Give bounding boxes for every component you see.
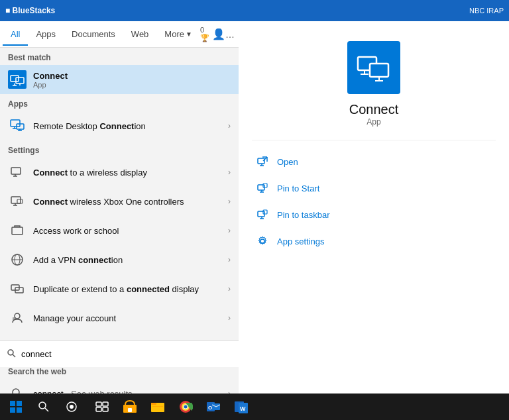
divider: [252, 140, 496, 140]
pin-taskbar-icon: [254, 207, 270, 223]
connect-app-sub: App: [33, 81, 231, 89]
remote-desktop-text: Remote Desktop Connection: [33, 121, 228, 131]
top-bar: ■ BlueStacks NBC IRAP: [0, 0, 509, 21]
svg-rect-67: [96, 402, 101, 406]
remote-desktop-icon: [8, 117, 27, 135]
user-icon[interactable]: 👤: [212, 28, 225, 40]
manage-account-item[interactable]: Manage your account ›: [0, 303, 239, 333]
manage-account-text: Manage your account: [33, 313, 228, 323]
web-search-item[interactable]: connect - See web results ›: [0, 379, 239, 394]
app-settings-label: App settings: [277, 236, 325, 246]
app-icon-large: [347, 41, 400, 94]
app-title: BlueStacks: [13, 6, 56, 15]
access-work-item[interactable]: Access work or school ›: [0, 216, 239, 245]
connect-app-text: Connect App: [33, 71, 231, 89]
web-search-icon: [8, 384, 27, 394]
vpn-text: Add a VPN connection: [33, 255, 228, 265]
tab-documents[interactable]: Documents: [64, 24, 123, 46]
svg-point-79: [184, 405, 188, 409]
store-button[interactable]: [117, 394, 143, 420]
open-action[interactable]: Open: [252, 148, 496, 175]
web-search-text: connect - See web results: [33, 389, 228, 394]
start-button[interactable]: [3, 394, 29, 420]
best-match-item[interactable]: Connect App: [0, 65, 239, 94]
search-bar[interactable]: connect: [0, 341, 239, 367]
file-explorer-button[interactable]: [144, 394, 171, 420]
svg-rect-15: [11, 197, 21, 203]
account-icon: [8, 309, 27, 327]
svg-rect-68: [103, 402, 108, 406]
svg-rect-57: [263, 210, 267, 214]
arrow-icon-5: ›: [228, 255, 231, 264]
svg-rect-75: [152, 406, 163, 407]
svg-point-33: [13, 389, 19, 394]
app-settings-action[interactable]: App settings: [252, 228, 496, 254]
arrow-icon-9: ›: [228, 389, 231, 394]
tab-more[interactable]: More ▼: [156, 24, 200, 46]
svg-rect-72: [128, 408, 132, 412]
app-type-large: App: [367, 117, 380, 127]
svg-rect-60: [17, 401, 22, 406]
pin-taskbar-label: Pin to taskbar: [277, 210, 330, 220]
svg-line-64: [45, 408, 48, 411]
svg-rect-12: [11, 168, 21, 174]
top-bar-right: NBC IRAP: [469, 7, 504, 15]
arrow-icon-3: ›: [228, 197, 231, 206]
arrow-icon-6: ›: [228, 284, 231, 293]
search-input[interactable]: connect: [21, 349, 232, 359]
duplicate-display-item[interactable]: Duplicate or extend to a connected displ…: [0, 274, 239, 303]
arrow-icon-7: ›: [228, 313, 231, 323]
search-taskbar-button[interactable]: [30, 394, 57, 420]
svg-rect-41: [370, 64, 388, 77]
svg-line-36: [13, 354, 15, 357]
svg-point-66: [70, 405, 74, 409]
pin-start-action[interactable]: Pin to Start: [252, 175, 496, 201]
tab-all[interactable]: All: [3, 24, 28, 46]
right-panel: Connect App Open Pin to Start: [239, 21, 509, 394]
xbox-text: Connect wireless Xbox One controllers: [33, 197, 228, 207]
wireless-display-icon: [8, 163, 27, 182]
svg-rect-74: [151, 403, 156, 405]
work-icon: [8, 221, 27, 240]
trophy-icon[interactable]: 0 🏆: [200, 26, 209, 42]
svg-rect-59: [10, 401, 15, 406]
svg-rect-6: [11, 120, 20, 127]
svg-point-58: [260, 239, 264, 243]
arrow-icon: ›: [228, 121, 231, 131]
duplicate-display-text: Duplicate or extend to a connected displ…: [33, 284, 228, 294]
svg-rect-19: [12, 227, 23, 235]
chevron-down-icon: ▼: [186, 30, 192, 38]
tab-apps[interactable]: Apps: [28, 24, 64, 46]
svg-rect-69: [96, 407, 101, 411]
word-button[interactable]: W: [228, 394, 254, 420]
pin-taskbar-action[interactable]: Pin to taskbar: [252, 201, 496, 228]
pin-start-icon: [254, 180, 270, 196]
xbox-controllers-item[interactable]: Connect wireless Xbox One controllers ›: [0, 187, 239, 216]
svg-point-63: [39, 402, 46, 409]
apps-label: Apps: [0, 94, 239, 111]
vpn-item[interactable]: Add a VPN connection ›: [0, 245, 239, 274]
settings-label: Settings: [0, 140, 239, 158]
task-view-button[interactable]: [89, 394, 115, 420]
tab-web[interactable]: Web: [123, 24, 157, 46]
search-magnifier-icon: [7, 348, 16, 360]
chrome-button[interactable]: [172, 394, 199, 420]
top-bar-label: NBC IRAP: [469, 7, 504, 15]
taskbar-apps: O W: [89, 394, 254, 420]
cortana-button[interactable]: [58, 394, 85, 420]
more-label: More: [164, 29, 184, 39]
menu-dots-icon[interactable]: …: [225, 29, 236, 40]
pin-start-label: Pin to Start: [277, 184, 319, 193]
app-settings-icon: [254, 233, 270, 249]
svg-rect-18: [17, 199, 23, 203]
connect-app-title: Connect: [33, 71, 231, 81]
svg-rect-62: [17, 407, 22, 413]
outlook-button[interactable]: O: [200, 394, 227, 420]
svg-rect-61: [10, 407, 15, 413]
wireless-display-item[interactable]: Connect to a wireless display ›: [0, 158, 239, 187]
open-icon: [254, 154, 270, 170]
remote-desktop-item[interactable]: Remote Desktop Connection ›: [0, 111, 239, 140]
wireless-display-text: Connect to a wireless display: [33, 168, 228, 178]
svg-rect-53: [263, 184, 267, 187]
arrow-icon-2: ›: [228, 168, 231, 177]
